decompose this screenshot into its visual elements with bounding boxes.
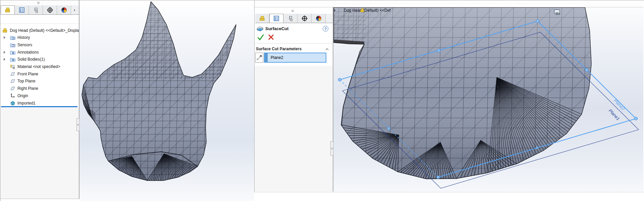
selected-plane-value: Plane2 xyxy=(271,55,283,60)
tree-item-sensors[interactable]: Sensors xyxy=(0,42,79,48)
solid-bodies-folder-icon xyxy=(10,56,16,62)
tab-property-manager[interactable] xyxy=(283,14,298,23)
tree-item-label: Origin xyxy=(17,93,28,98)
featuremanager-tab-bar: › xyxy=(1,5,79,15)
annotations-folder-icon xyxy=(10,49,16,55)
tree-item-label: Sensors xyxy=(17,43,32,47)
part-icon xyxy=(337,8,342,13)
plane-icon xyxy=(10,85,16,91)
tab-overflow-button[interactable]: › xyxy=(71,5,78,14)
selection-strip xyxy=(265,53,268,62)
tree-item-label: History xyxy=(17,35,30,40)
tree-item-label: Solid Bodies(1) xyxy=(17,57,45,62)
viewport-dog-head-zoom[interactable]: Dog Head (Default) <<Def Plane2Plane1 xyxy=(333,7,643,192)
property-manager-icon xyxy=(33,7,39,13)
part-icon xyxy=(2,27,8,34)
cancel-button[interactable] xyxy=(267,34,275,41)
feature-tree-icon xyxy=(18,7,25,13)
rollback-bar[interactable] xyxy=(1,106,77,107)
rt-viewport-mesh-canvas[interactable]: Plane2Plane1 xyxy=(333,7,643,192)
configuration-manager-icon xyxy=(47,7,53,13)
tab-feature-tree[interactable] xyxy=(15,5,29,14)
tab-dimxpert-manager[interactable] xyxy=(312,14,326,23)
tree-item-annotations[interactable]: Annotations xyxy=(0,49,79,56)
window-surface-cut: SurfaceCut ? Surface Cut Parameters Plan… xyxy=(254,0,644,192)
window-part-overview: › Dog Head (Default) <<Default>_DisplaHi… xyxy=(0,0,254,201)
tree-item-label: Annotations xyxy=(17,50,39,55)
imported-body-icon xyxy=(10,100,16,106)
propertymanager-tab-bar xyxy=(255,14,333,23)
flip-direction-button[interactable] xyxy=(255,53,263,63)
property-manager-icon xyxy=(287,15,294,22)
selection-row[interactable]: Plane2 xyxy=(268,53,326,62)
toolbar-grip-dot[interactable] xyxy=(291,10,294,12)
origin-icon xyxy=(10,93,16,99)
surface-cut-icon xyxy=(256,25,263,32)
tab-property-manager[interactable] xyxy=(29,5,43,14)
ok-button[interactable] xyxy=(257,34,265,41)
history-folder-icon xyxy=(10,35,16,41)
selection-listbox[interactable]: Plane2 xyxy=(264,53,326,63)
feature-tree: Dog Head (Default) <<Default>_DisplaHist… xyxy=(0,24,79,107)
tree-item-material-not-specified[interactable]: Material <not specified> xyxy=(0,63,79,70)
expander-icon[interactable] xyxy=(4,58,5,61)
tab-dimxpert-manager[interactable] xyxy=(57,5,71,14)
tree-item-dog-head-default-default-dis[interactable]: Dog Head (Default) <<Default>_Displa xyxy=(0,27,79,34)
plane-icon xyxy=(10,78,16,84)
tab-feature-tree[interactable] xyxy=(269,14,283,23)
part-icon xyxy=(259,15,266,22)
caret-down-icon[interactable] xyxy=(607,9,611,15)
tree-item-label: Right Plane xyxy=(17,86,38,91)
dimxpert-manager-icon xyxy=(61,7,67,13)
tab-configuration-manager[interactable] xyxy=(298,14,312,23)
chevron-up-icon[interactable] xyxy=(324,47,330,52)
solidworks-screenshots: › Dog Head (Default) <<Default>_DisplaHi… xyxy=(0,0,644,201)
panel-empty-area xyxy=(0,108,79,199)
tab-configuration-manager[interactable] xyxy=(43,5,57,14)
tree-item-right-plane[interactable]: Right Plane xyxy=(0,85,79,92)
tab-part[interactable] xyxy=(1,5,15,14)
divider xyxy=(255,43,333,44)
configuration-manager-icon xyxy=(301,15,308,22)
tree-item-origin[interactable]: Origin xyxy=(0,92,79,99)
tree-item-label: Front Plane xyxy=(17,72,38,76)
panel-empty-area xyxy=(255,66,333,192)
feature-tree-icon xyxy=(273,15,280,22)
panel-splitter-handle[interactable] xyxy=(330,141,333,155)
tree-item-front-plane[interactable]: Front Plane xyxy=(0,71,79,77)
plane2-label: Plane2 xyxy=(613,98,626,112)
tree-item-label: Dog Head (Default) <<Default>_Displa xyxy=(10,28,79,33)
tree-item-imported1[interactable]: Imported1 xyxy=(0,100,79,107)
viewport-dog-head-full[interactable] xyxy=(79,0,254,201)
flyout-feature-tree[interactable]: Dog Head (Default) <<Def xyxy=(334,8,390,13)
part-icon xyxy=(4,7,11,13)
panel-splitter-handle[interactable] xyxy=(76,118,79,131)
plane-icon xyxy=(10,71,16,77)
section-header: Surface Cut Parameters xyxy=(256,47,302,51)
featuremanager-filter-row xyxy=(0,15,79,24)
tree-item-label: Imported1 xyxy=(17,101,36,106)
expander-icon[interactable] xyxy=(4,36,5,39)
tree-item-label: Material <not specified> xyxy=(17,64,60,69)
tree-item-solid-bodies-1[interactable]: Solid Bodies(1) xyxy=(0,56,79,63)
propertymanager-title: SurfaceCut xyxy=(265,26,288,31)
tab-part[interactable] xyxy=(255,14,269,23)
toolbar-grip-dot[interactable] xyxy=(37,2,40,4)
tree-item-top-plane[interactable]: Top Plane xyxy=(0,78,79,84)
lt-viewport-mesh-canvas[interactable] xyxy=(79,0,254,201)
heads-up-view-toolbar xyxy=(503,8,611,16)
tree-item-label: Top Plane xyxy=(17,79,35,83)
dimxpert-manager-icon xyxy=(315,15,322,22)
right-toolbar-strip xyxy=(255,0,643,7)
help-icon[interactable]: ? xyxy=(323,26,328,31)
tree-item-history[interactable]: History xyxy=(0,34,79,41)
material-icon xyxy=(10,64,16,70)
expander-icon[interactable] xyxy=(4,51,5,54)
filter-funnel-icon[interactable] xyxy=(2,16,8,22)
sensors-folder-icon xyxy=(10,42,16,48)
